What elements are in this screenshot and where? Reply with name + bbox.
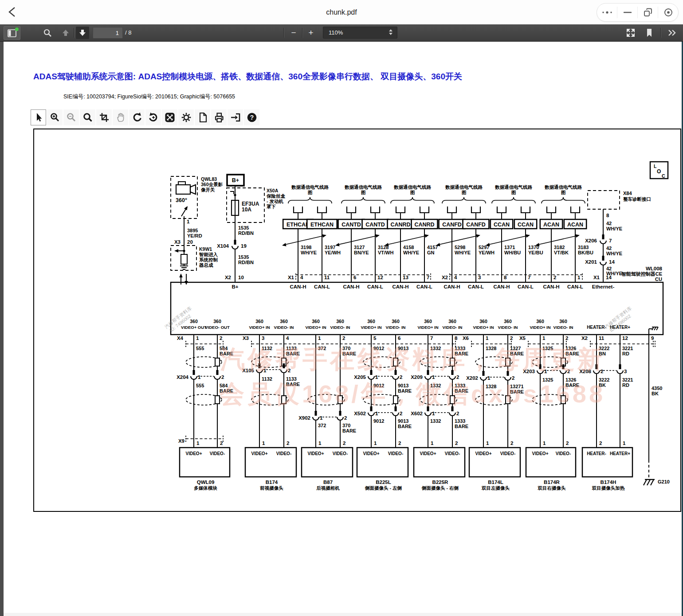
svg-text:1371: 1371 [504, 245, 515, 250]
find-icon[interactable] [41, 26, 54, 39]
svg-text:WH/YE: WH/YE [455, 250, 471, 255]
svg-text:智能驾驶控制器CE: 智能驾驶控制器CE [621, 271, 662, 277]
svg-text:VIDEO+ OUT: VIDEO+ OUT [181, 325, 207, 330]
svg-text:11: 11 [324, 275, 330, 280]
svg-text:CCAN: CCAN [518, 222, 534, 228]
svg-text:360: 360 [255, 319, 263, 324]
svg-text:1535: 1535 [238, 225, 249, 230]
svg-text:360全景影: 360全景影 [201, 182, 223, 187]
svg-text:VIDEO+: VIDEO+ [532, 451, 549, 456]
svg-text:VT/WH: VT/WH [378, 250, 393, 255]
export-icon[interactable] [228, 109, 243, 125]
more-tools-icon[interactable] [664, 26, 679, 39]
fit-screen-icon[interactable] [162, 109, 177, 125]
svg-text:4: 4 [454, 275, 457, 280]
svg-text:CANFD: CANFD [466, 222, 486, 228]
svg-text:X902: X902 [298, 415, 310, 421]
svg-text:1: 1 [318, 441, 322, 446]
svg-text:B225R: B225R [432, 480, 448, 485]
print-icon[interactable] [211, 109, 227, 125]
svg-text:侧面摄像头 - 右侧: 侧面摄像头 - 右侧 [421, 485, 459, 491]
svg-text:360: 360 [190, 319, 198, 324]
svg-text:RD: RD [622, 382, 629, 388]
svg-text:WH/YE: WH/YE [403, 250, 419, 255]
svg-text:BARE: BARE [398, 424, 412, 429]
svg-text:2: 2 [510, 335, 513, 341]
zoom-out-icon[interactable] [63, 109, 79, 125]
svg-text:2: 2 [344, 415, 347, 421]
svg-text:BARE: BARE [342, 428, 356, 433]
svg-text:X502: X502 [354, 411, 366, 416]
svg-text:前视摄像头: 前视摄像头 [259, 485, 283, 491]
svg-text:WH/BU: WH/BU [504, 250, 521, 255]
svg-text:X206: X206 [585, 238, 597, 243]
svg-text:360: 360 [536, 319, 544, 324]
previous-page-icon[interactable] [59, 26, 72, 39]
more-options-icon[interactable] [597, 4, 617, 21]
svg-text:X209: X209 [411, 374, 423, 380]
minimize-icon[interactable] [617, 4, 637, 21]
svg-text:器总成: 器总成 [199, 262, 213, 268]
svg-text:CAN-H: CAN-H [290, 284, 306, 289]
svg-text:VIDEO-: VIDEO- [276, 451, 291, 456]
svg-text:2: 2 [566, 441, 569, 446]
settings-icon[interactable] [178, 109, 194, 125]
record-target-icon[interactable] [658, 4, 678, 21]
svg-text:B87: B87 [323, 480, 333, 485]
svg-text:12: 12 [377, 275, 383, 280]
help-icon[interactable]: ? [244, 109, 259, 125]
zoom-level-select[interactable]: 110% [323, 27, 397, 39]
svg-text:3: 3 [478, 275, 481, 280]
svg-text:1333: 1333 [455, 418, 465, 424]
svg-text:X104: X104 [217, 243, 229, 249]
svg-text:1: 1 [577, 275, 581, 280]
crop-icon[interactable] [96, 109, 112, 125]
svg-text:VIDEO-: VIDEO- [388, 451, 403, 456]
zoom-out-icon[interactable]: − [285, 26, 302, 39]
svg-text:C: C [662, 173, 665, 179]
hand-pan-icon[interactable] [113, 109, 128, 125]
svg-text:6: 6 [398, 335, 400, 341]
divider [74, 28, 74, 38]
svg-text:555: 555 [196, 346, 204, 351]
page-number-input[interactable] [93, 27, 123, 39]
svg-text:555: 555 [196, 383, 204, 388]
svg-text:1: 1 [198, 374, 201, 380]
zoom-in-icon[interactable] [47, 109, 63, 125]
svg-text:VIDEO+ IN: VIDEO+ IN [361, 325, 381, 330]
svg-text:1: 1 [542, 335, 546, 341]
sidebar-toggle-icon[interactable] [4, 26, 20, 40]
svg-text:B174R: B174R [544, 480, 560, 485]
svg-text:370: 370 [342, 423, 350, 428]
rotate-ccw-icon[interactable] [145, 109, 161, 125]
svg-text:14: 14 [609, 259, 615, 265]
svg-text:VIDEO+: VIDEO+ [420, 451, 436, 456]
restore-window-icon[interactable] [638, 4, 658, 21]
svg-text:ACAN: ACAN [543, 222, 559, 228]
svg-text:HEATER-: HEATER- [587, 451, 606, 456]
svg-text:2: 2 [455, 441, 458, 446]
svg-text:VIDEO- IN: VIDEO- IN [274, 325, 294, 330]
rotate-cw-icon[interactable] [129, 109, 145, 125]
svg-text:X2: X2 [442, 275, 448, 280]
svg-text:3182: 3182 [554, 245, 565, 250]
search-icon[interactable] [80, 109, 95, 125]
svg-text:B174L: B174L [488, 480, 503, 485]
zoom-in-icon[interactable]: + [302, 26, 319, 39]
svg-text:360: 360 [448, 319, 456, 324]
svg-text:VIDEO+ IN: VIDEO+ IN [473, 325, 494, 330]
blank-page-icon[interactable] [195, 109, 210, 125]
svg-text:10: 10 [238, 275, 244, 280]
svg-text:VIDEO-: VIDEO- [500, 451, 515, 456]
svg-text:B225L: B225L [376, 480, 391, 485]
document-meta: SIE编号: 100203794; FigureSio编号: 2010615; … [63, 93, 235, 101]
svg-text:2: 2 [220, 441, 223, 446]
window-title: chunk.pdf [0, 0, 683, 24]
svg-text:VIDEO-: VIDEO- [556, 451, 571, 456]
next-page-icon[interactable] [76, 27, 89, 39]
divider [660, 28, 661, 38]
presentation-mode-icon[interactable] [624, 26, 638, 39]
current-view-bookmark-icon[interactable] [642, 26, 656, 39]
cursor-select-icon[interactable] [31, 109, 46, 125]
svg-text:X6: X6 [463, 335, 469, 341]
